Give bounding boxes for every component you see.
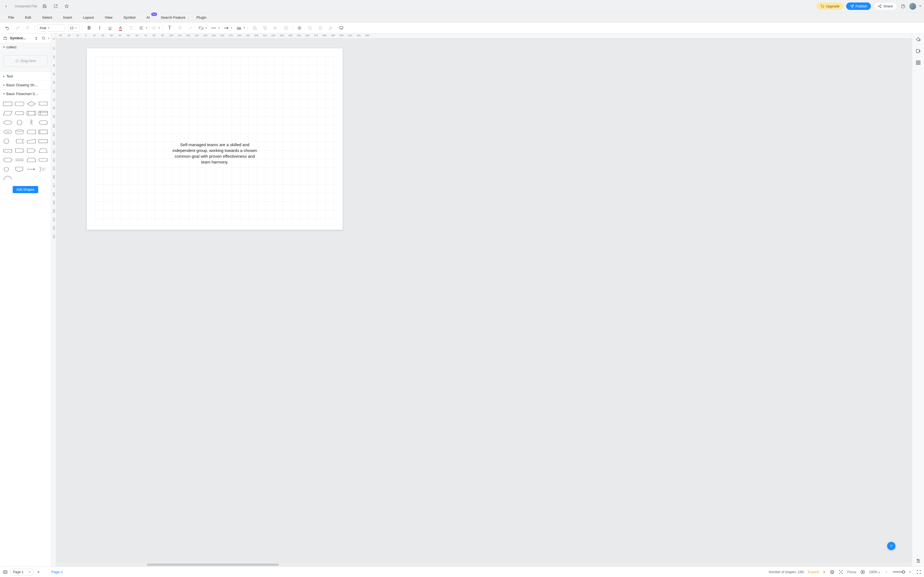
layers-icon[interactable]: [830, 570, 835, 575]
shape-stored-data[interactable]: [15, 138, 25, 145]
group-basic-flowchart-header[interactable]: Basic Flowchart S…: [0, 90, 51, 98]
group-basic-drawing-header[interactable]: Basic Drawing Sh…: [0, 81, 51, 89]
expand-link[interactable]: Expand: [808, 570, 819, 574]
line-spacing-icon[interactable]: [150, 24, 158, 32]
canvas-text-block[interactable]: Self-managed teams are a skilled and ind…: [171, 142, 259, 165]
text-color-icon[interactable]: A: [116, 24, 124, 32]
undo-icon[interactable]: [3, 24, 11, 32]
menu-layout[interactable]: Layout: [78, 14, 99, 21]
search-icon[interactable]: [41, 36, 46, 41]
group-icon[interactable]: [282, 24, 290, 32]
menu-file[interactable]: File: [3, 14, 19, 21]
add-shapes-button[interactable]: Add Shapes: [13, 186, 38, 193]
align-objects-icon[interactable]: [272, 24, 279, 32]
shape-ellipse[interactable]: [3, 119, 13, 126]
connector-icon[interactable]: [197, 24, 205, 32]
scrollbar-thumb[interactable]: [147, 564, 279, 566]
shape-terminator[interactable]: [15, 110, 25, 117]
sidebar-expand-icon[interactable]: [34, 36, 39, 41]
help-icon[interactable]: [900, 3, 906, 10]
focus-target-icon[interactable]: [838, 570, 843, 575]
group-collect-header[interactable]: collect: [0, 43, 51, 52]
menu-select[interactable]: Select: [37, 14, 58, 21]
export-icon[interactable]: [53, 3, 59, 10]
text-format-icon[interactable]: [127, 24, 135, 32]
zoom-in-icon[interactable]: +: [908, 570, 913, 575]
fill-color-icon[interactable]: [176, 24, 184, 32]
apps-grid-icon[interactable]: [915, 60, 922, 66]
menu-symbol[interactable]: Symbol: [118, 14, 141, 21]
bold-icon[interactable]: B: [85, 24, 93, 32]
shape-yes-label[interactable]: Yes: [3, 128, 13, 135]
zoom-slider-knob[interactable]: [902, 571, 905, 574]
shape-trapezoid[interactable]: [38, 147, 48, 154]
text-box-icon[interactable]: T: [166, 24, 173, 32]
share-button[interactable]: Share: [874, 2, 897, 10]
menu-view[interactable]: View: [99, 14, 118, 21]
shape-pill[interactable]: [38, 156, 48, 163]
page-surface[interactable]: Self-managed teams are a skilled and ind…: [87, 48, 342, 230]
crop-icon[interactable]: [306, 24, 314, 32]
line-style-icon[interactable]: [210, 24, 218, 32]
redo-icon[interactable]: [14, 24, 21, 32]
library-icon[interactable]: [3, 36, 8, 41]
fill-bucket-icon[interactable]: [915, 36, 922, 43]
shape-arc[interactable]: [3, 175, 13, 182]
shape-parallel-lines[interactable]: [15, 156, 25, 163]
export-panel-icon[interactable]: [915, 48, 922, 55]
font-size-select[interactable]: 12: [68, 24, 79, 32]
file-title[interactable]: Unnamed File: [15, 4, 37, 8]
shape-rounded-rect[interactable]: [15, 100, 25, 108]
save-icon[interactable]: [42, 3, 48, 10]
shape-loop-limit[interactable]: [26, 156, 37, 163]
shape-arrow-pentagon[interactable]: [26, 147, 37, 154]
settings-panel-icon[interactable]: [915, 557, 922, 564]
menu-ai[interactable]: AI hot: [141, 14, 155, 21]
back-icon[interactable]: [3, 3, 9, 10]
line-weight-icon[interactable]: [235, 24, 243, 32]
zoom-out-icon[interactable]: −: [884, 570, 889, 575]
zoom-slider[interactable]: [893, 572, 904, 572]
shape-small-circle[interactable]: [3, 166, 13, 173]
menu-edit[interactable]: Edit: [19, 14, 37, 21]
group-text-header[interactable]: Text: [0, 72, 51, 81]
shape-delay[interactable]: [15, 147, 25, 154]
shape-process[interactable]: [3, 100, 13, 108]
shape-manual-input[interactable]: [26, 138, 37, 145]
assistant-bubble[interactable]: [887, 542, 895, 550]
arrow-end-icon[interactable]: [223, 24, 230, 32]
align-icon[interactable]: [137, 24, 145, 32]
play-icon[interactable]: [860, 570, 865, 575]
shape-database[interactable]: [15, 128, 25, 135]
menu-plugin[interactable]: Plugin: [191, 14, 212, 21]
menu-search-feature[interactable]: Search Feature: [155, 14, 191, 21]
wrench-icon[interactable]: [327, 24, 335, 32]
canvas-viewport[interactable]: Self-managed teams are a skilled and ind…: [56, 39, 912, 562]
shape-predefined[interactable]: [26, 110, 37, 117]
upgrade-button[interactable]: Upgrade: [816, 2, 843, 10]
shape-subroutine[interactable]: [38, 128, 48, 135]
italic-icon[interactable]: I: [96, 24, 103, 32]
horizontal-ruler[interactable]: -30-20-100102030405060708090100110120130…: [56, 34, 912, 39]
zoom-label[interactable]: 100%: [869, 570, 880, 574]
shape-hexagon[interactable]: [3, 156, 13, 163]
shape-tape[interactable]: [3, 147, 13, 154]
page-tab[interactable]: Page-1: [49, 569, 65, 575]
shape-circle[interactable]: [15, 119, 25, 126]
shape-card[interactable]: [26, 128, 37, 135]
menu-insert[interactable]: Insert: [58, 14, 78, 21]
drag-here-zone[interactable]: Drag Here: [3, 55, 48, 67]
bring-to-front-icon[interactable]: [261, 24, 269, 32]
font-family-select[interactable]: Arial: [38, 24, 65, 32]
shape-internal-storage[interactable]: [38, 110, 48, 117]
star-icon[interactable]: [63, 3, 70, 10]
stroke-color-icon[interactable]: [187, 24, 194, 32]
shape-actor[interactable]: [26, 119, 37, 126]
shape-parallelogram[interactable]: [3, 110, 13, 117]
underline-icon[interactable]: U: [106, 24, 114, 32]
format-painter-icon[interactable]: [24, 24, 32, 32]
shape-connector-circle[interactable]: [3, 138, 13, 145]
shape-document[interactable]: [38, 100, 48, 108]
shape-annotation[interactable]: Drag the sidehandle tochange the: [38, 166, 48, 173]
pages-panel-icon[interactable]: [3, 570, 8, 575]
